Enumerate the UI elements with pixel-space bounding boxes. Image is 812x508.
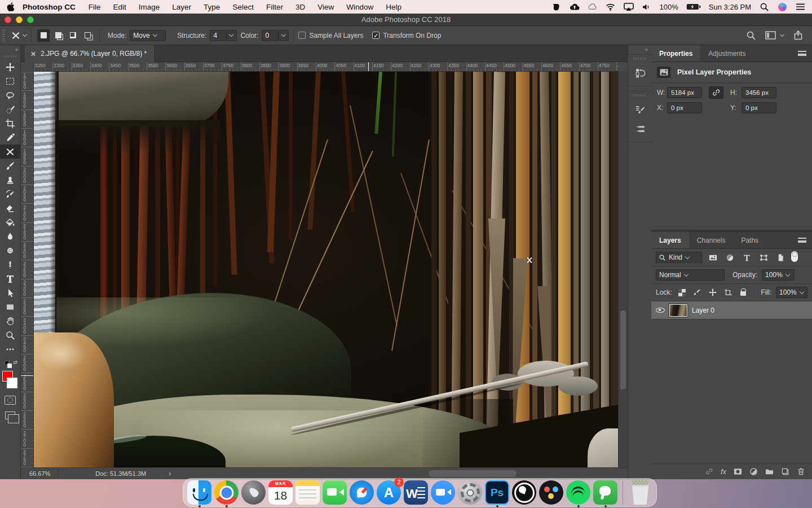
color-value[interactable]: 0 xyxy=(262,30,279,41)
move-tool[interactable] xyxy=(0,60,21,74)
layer-visibility-icon[interactable] xyxy=(656,308,665,313)
dock-item-facetime[interactable] xyxy=(322,480,347,505)
dock-item-finder[interactable] xyxy=(187,480,212,505)
vertical-scrollbar[interactable] xyxy=(618,72,628,467)
menu-item-filter[interactable]: Filter xyxy=(260,3,289,11)
lasso-tool[interactable] xyxy=(0,88,21,102)
new-layer-icon[interactable] xyxy=(781,467,789,476)
lock-all-icon[interactable] xyxy=(738,287,748,297)
delete-layer-icon[interactable] xyxy=(797,467,805,476)
color-swatches[interactable] xyxy=(2,371,19,390)
canvas[interactable] xyxy=(34,72,618,467)
width-field[interactable]: 5184 px xyxy=(667,87,702,98)
tool-preset-caret[interactable] xyxy=(23,32,27,37)
workspace-switcher[interactable] xyxy=(765,31,784,40)
tab-paths[interactable]: Paths xyxy=(733,232,766,248)
layer-name[interactable]: Layer 0 xyxy=(692,306,714,314)
menu-item-edit[interactable]: Edit xyxy=(107,3,133,11)
menu-item-type[interactable]: Type xyxy=(197,3,226,11)
menu-item-3d[interactable]: 3D xyxy=(289,3,311,11)
default-swap-colors-icon[interactable]: ⇄ xyxy=(5,360,16,369)
new-group-icon[interactable] xyxy=(765,467,774,476)
dock-item-spotify[interactable] xyxy=(566,480,591,505)
menu-item-image[interactable]: Image xyxy=(133,3,166,11)
menu-item-layer[interactable]: Layer xyxy=(166,3,197,11)
mode-select[interactable]: Move xyxy=(130,30,166,41)
apple-menu-icon[interactable] xyxy=(6,2,16,12)
lock-transparency-icon[interactable] xyxy=(677,287,687,297)
tab-adjustments[interactable]: Adjustments xyxy=(700,45,753,62)
filter-toggle-switch[interactable] xyxy=(791,251,798,262)
history-brush-tool[interactable] xyxy=(0,187,21,201)
layer-filter-kind-select[interactable]: Kind xyxy=(656,252,702,263)
type-tool[interactable] xyxy=(0,271,21,286)
rectangular-marquee-tool[interactable] xyxy=(0,74,21,88)
zoom-tool[interactable] xyxy=(0,328,21,342)
blend-mode-select[interactable]: Normal xyxy=(656,269,725,281)
filter-smart-objects-icon[interactable] xyxy=(774,252,787,263)
cloud-sync-icon[interactable] xyxy=(570,2,580,12)
dock-item-safari[interactable] xyxy=(349,480,374,505)
transform-on-drop-checkbox[interactable]: Transform On Drop xyxy=(372,32,441,40)
screen-mode-button[interactable] xyxy=(5,411,15,419)
rectangle-tool[interactable] xyxy=(0,300,21,314)
dock-item-obs[interactable] xyxy=(511,480,537,505)
share-icon[interactable] xyxy=(793,30,803,41)
properties-panel-menu-icon[interactable] xyxy=(798,51,806,56)
add-layer-mask-icon[interactable] xyxy=(734,467,742,476)
dock-item-app-store[interactable]: 2 xyxy=(376,480,401,505)
sample-all-layers-checkbox[interactable]: Sample All Layers xyxy=(298,32,363,40)
lock-pixels-icon[interactable] xyxy=(692,287,703,297)
add-selection-mode-button[interactable] xyxy=(52,29,64,42)
dock-item-zoom[interactable] xyxy=(430,480,456,505)
lock-position-icon[interactable] xyxy=(707,287,718,297)
structure-caret[interactable] xyxy=(227,30,237,41)
zoom-level-field[interactable]: 66.67% xyxy=(21,468,59,479)
height-field[interactable]: 3456 px xyxy=(742,87,776,98)
dock-item-davinci-resolve[interactable] xyxy=(539,480,564,505)
pen-tool[interactable] xyxy=(0,257,21,271)
new-adjustment-layer-icon[interactable] xyxy=(749,467,758,476)
tab-channels[interactable]: Channels xyxy=(689,232,734,248)
document-tab[interactable]: 2.JPG @ 66.7% (Layer 0, RGB/8) * xyxy=(25,45,155,62)
brush-settings-panel-button[interactable] xyxy=(628,100,652,119)
filter-pixel-layers-icon[interactable] xyxy=(707,252,719,263)
dock-item-word[interactable]: W xyxy=(403,480,429,505)
brush-tool[interactable] xyxy=(0,159,21,173)
brushes-panel-button[interactable] xyxy=(628,119,652,138)
filter-type-layers-icon[interactable] xyxy=(740,252,753,263)
more-options-tool[interactable] xyxy=(0,342,21,356)
new-selection-mode-button[interactable] xyxy=(37,29,50,42)
sponge-tool[interactable] xyxy=(0,243,21,257)
airplay-display-icon[interactable] xyxy=(624,2,634,12)
menu-item-select[interactable]: Select xyxy=(226,3,260,11)
dock-item-trash[interactable] xyxy=(628,480,653,505)
dock-item-photoshop[interactable]: Ps xyxy=(484,480,510,505)
layer-thumbnail[interactable] xyxy=(669,304,687,317)
menu-item-view[interactable]: View xyxy=(311,3,340,11)
subtract-selection-mode-button[interactable] xyxy=(67,29,79,42)
x-field[interactable]: 0 px xyxy=(667,102,702,113)
close-document-icon[interactable] xyxy=(30,51,36,56)
fill-select[interactable]: 100% xyxy=(776,287,807,298)
menu-app-name[interactable]: Photoshop CC xyxy=(16,3,82,11)
quick-mask-button[interactable] xyxy=(5,396,16,405)
panels-collapse-icon[interactable]: « xyxy=(628,45,651,54)
dock-item-notes[interactable] xyxy=(295,480,320,505)
status-options-chevron[interactable]: › xyxy=(169,470,171,478)
search-icon[interactable] xyxy=(746,30,756,41)
dock-item-calendar[interactable]: MAR18 xyxy=(268,480,293,505)
link-dimensions-button[interactable] xyxy=(709,86,723,99)
layers-panel-menu-icon[interactable] xyxy=(798,238,806,243)
eraser-tool[interactable] xyxy=(0,201,21,215)
horizontal-ruler[interactable]: 3250330033503400345035003550360036503700… xyxy=(34,62,618,72)
toolbar-expand-icon[interactable]: » xyxy=(0,45,20,54)
volume-icon[interactable] xyxy=(642,2,652,12)
layer-row[interactable]: Layer 0 xyxy=(651,301,812,319)
menu-clock[interactable]: Sun 3:26 PM xyxy=(709,3,751,11)
link-layers-icon[interactable] xyxy=(705,467,713,476)
vertical-scrollbar-thumb[interactable] xyxy=(620,310,626,389)
vertical-ruler[interactable]: 1750180018501900195020002050210021502200… xyxy=(21,72,34,467)
dock-item-launchpad[interactable] xyxy=(241,480,266,505)
tab-layers[interactable]: Layers xyxy=(651,232,689,248)
